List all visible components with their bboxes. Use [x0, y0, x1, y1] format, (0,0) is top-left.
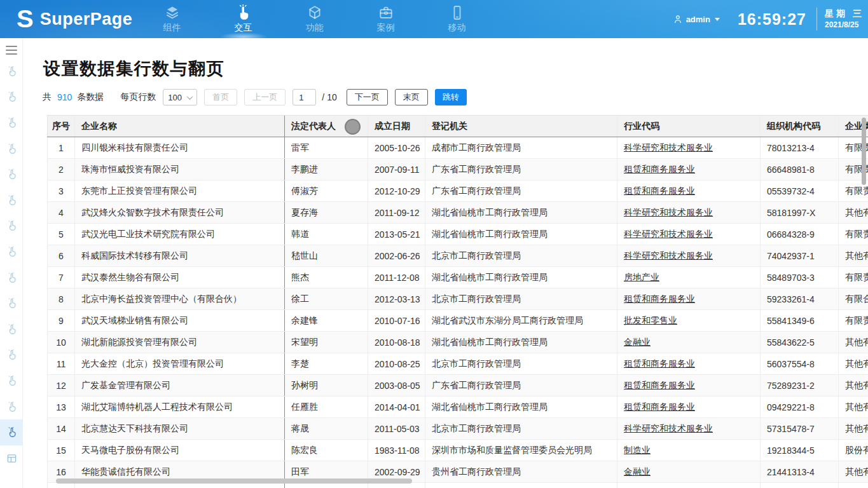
cell-legal_representative: 傅淑芳: [285, 180, 368, 202]
app-logo: S SuperPage: [17, 0, 132, 38]
industry-link[interactable]: 科学研究和技术服务业: [624, 423, 713, 433]
page-size-select[interactable]: 100: [163, 89, 197, 105]
vertical-scrollbar-thumb[interactable]: [862, 118, 866, 185]
sidebar-item-1[interactable]: [0, 58, 23, 85]
sidebar-item-10[interactable]: [0, 290, 23, 316]
cell-org_code: 78013213-4: [761, 137, 839, 159]
cell-established_date: 2011-05-03: [368, 418, 425, 440]
last-page-button[interactable]: 末页: [395, 89, 428, 105]
cell-company_type: 股份有: [839, 440, 868, 461]
industry-link[interactable]: 租赁和商务服务业: [624, 164, 695, 174]
industry-link[interactable]: 租赁和商务服务业: [624, 402, 695, 412]
table-body: 1四川银米科技有限责任公司雷军2005-10-26成都市工商行政管理局科学研究和…: [48, 137, 868, 488]
cell-org_code: 21441313-4: [761, 461, 839, 483]
cell-company_name: 北京慧达天下科技有限公司: [75, 418, 285, 440]
cell-registry_authority: 湖北省武汉市东湖分局工商行政管理局: [425, 310, 617, 332]
table-row: 2珠海市恒威投资有限公司李鹏进2007-09-11广东省工商行政管理局租赁和商务…: [48, 159, 868, 180]
sidebar-item-13[interactable]: [0, 368, 23, 394]
cell-registry_authority: 北京市工商行政管理局: [425, 245, 617, 267]
sidebar-item-3[interactable]: [0, 110, 23, 136]
user-name: admin: [686, 15, 710, 24]
cell-established_date: 2014-04-01: [368, 396, 425, 418]
cell-legal_representative: 嵇世山: [285, 245, 368, 267]
cell-company_name: 湖北新能源投资管理有限公司: [75, 332, 285, 353]
cell-industry: 批发和零售业: [617, 310, 761, 332]
nav-item-案例[interactable]: 案例: [355, 0, 417, 38]
industry-link[interactable]: 批发和零售业: [624, 315, 677, 325]
sidebar-item-5[interactable]: [0, 161, 23, 187]
header-divider: [816, 8, 817, 30]
cell-index: 3: [48, 180, 75, 202]
industry-link[interactable]: 科学研究和技术服务业: [624, 207, 713, 217]
cell-company_name: 光大金控（北京）投资管理有限公司: [75, 353, 285, 375]
cell-industry: 租赁和商务服务业: [617, 353, 761, 375]
industry-link[interactable]: 科学研究和技术服务业: [624, 229, 713, 239]
table-row: 1四川银米科技有限责任公司雷军2005-10-26成都市工商行政管理局科学研究和…: [48, 137, 868, 159]
sidebar-item-12[interactable]: [0, 342, 23, 369]
sidebar-item-8[interactable]: [0, 239, 23, 265]
industry-link[interactable]: 制造业: [624, 445, 651, 455]
table-row: 8北京中海长益投资管理中心（有限合伙）徐工2012-03-13北京市工商行政管理…: [48, 288, 868, 310]
cell-legal_representative: 夏存海: [285, 202, 368, 224]
nav-item-移动[interactable]: 移动: [426, 0, 488, 38]
nav-label: 案例: [377, 22, 395, 34]
industry-link[interactable]: 金融业: [624, 337, 651, 347]
industry-link[interactable]: 租赁和商务服务业: [624, 358, 695, 369]
user-menu[interactable]: admin: [673, 14, 720, 24]
next-page-button[interactable]: 下一页: [347, 89, 388, 105]
sidebar-item-6[interactable]: [0, 187, 23, 214]
cell-company_type: 有限责: [839, 267, 868, 288]
hand-pointer-icon: [6, 168, 18, 180]
sidebar-item-4[interactable]: [0, 136, 23, 162]
sidebar-item-9[interactable]: [0, 265, 23, 291]
industry-link[interactable]: 房地产业: [624, 272, 659, 282]
sidebar-item-15[interactable]: [0, 419, 23, 445]
first-page-button[interactable]: 首页: [204, 89, 237, 105]
total-suffix-label: 条数据: [77, 92, 104, 103]
industry-link[interactable]: 科学研究和技术服务业: [624, 142, 713, 152]
industry-link[interactable]: 金融业: [624, 466, 651, 477]
nav-item-交互[interactable]: 交互: [212, 0, 274, 38]
cell-industry: 房地产业: [617, 267, 761, 288]
page-size-label: 每页行数: [120, 92, 156, 103]
cell-registry_authority: 广东省工商行政管理局: [425, 180, 617, 202]
cell-company_type: 有限责: [839, 224, 868, 245]
nav-item-功能[interactable]: 功能: [284, 0, 345, 38]
industry-link[interactable]: 科学研究和技术服务业: [624, 250, 713, 261]
cell-org_code: 58181997-X: [761, 202, 839, 224]
horizontal-scrollbar-thumb[interactable]: [56, 478, 412, 484]
hand-pointer-icon: [6, 220, 18, 232]
industry-link[interactable]: 租赁和商务服务业: [624, 186, 695, 196]
hand-pointer-icon: [6, 349, 18, 361]
sidebar-item-11[interactable]: [0, 316, 23, 342]
sidebar-item-2[interactable]: [0, 85, 23, 111]
sidebar-item-7[interactable]: [0, 214, 23, 240]
column-header-registry_authority: 登记机关: [425, 116, 617, 137]
sidebar-item-14[interactable]: [0, 394, 23, 420]
cell-industry: 金融业: [617, 461, 761, 483]
cell-legal_representative: 余建锋: [285, 310, 368, 332]
cell-org_code: 05539732-4: [761, 180, 839, 202]
cell-index: 15: [48, 440, 75, 461]
industry-link[interactable]: 租赁和商务服务业: [624, 380, 695, 390]
cell-legal_representative: 徐工: [285, 288, 368, 310]
jump-button[interactable]: 跳转: [435, 89, 467, 105]
sidebar-item-16[interactable]: [0, 445, 23, 471]
industry-link[interactable]: 租赁和商务服务业: [624, 294, 695, 304]
cell-company_type: 其他有: [839, 353, 868, 375]
page-number-input[interactable]: [293, 89, 316, 105]
nav-item-组件[interactable]: 组件: [141, 0, 203, 38]
cell-established_date: 2007-09-11: [368, 159, 425, 180]
cell-established_date: 2012-10-29: [368, 180, 425, 202]
menu-toggle-icon[interactable]: [6, 46, 17, 55]
cell-org_code: [761, 483, 839, 488]
cell-index: 10: [48, 332, 75, 353]
cell-industry: 科学研究和技术服务业: [617, 137, 761, 159]
hand-pointer-icon: [6, 375, 18, 387]
nav-label: 功能: [306, 22, 324, 34]
hand-pointer-icon: [6, 401, 18, 413]
prev-page-button[interactable]: 上一页: [244, 89, 286, 105]
hand-pointer-icon: [6, 246, 18, 258]
cell-legal_representative: 孙树明: [285, 375, 368, 396]
cell-industry: 租赁和商务服务业: [617, 288, 761, 310]
